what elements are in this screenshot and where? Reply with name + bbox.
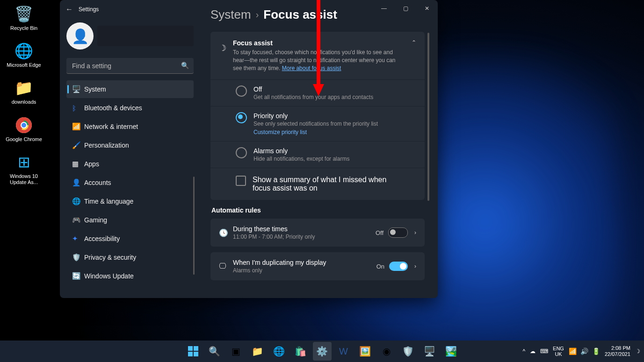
desktop-icon-win-update[interactable]: ⊞Windows 10 Update As... [3,153,45,185]
svg-point-3 [22,123,26,128]
chrome-icon [14,116,33,135]
nav: 🖥️System ᛒBluetooth & devices 📶Network &… [66,80,194,285]
breadcrumb-parent[interactable]: System [210,7,251,22]
chevron-right-icon[interactable]: › [414,263,416,270]
brush-icon: 🖌️ [72,141,84,149]
svg-rect-7 [194,346,198,351]
nav-accounts[interactable]: 👤Accounts [66,174,194,192]
start-button[interactable] [184,342,203,361]
taskbar-app1[interactable]: 🖥️ [420,342,439,361]
focus-assist-tray-icon[interactable]: ☽ [635,348,640,355]
desktop-icon-recycle-bin[interactable]: 🗑️Recycle Bin [3,5,45,31]
profile-block[interactable]: 👤 [66,22,194,50]
search-box: 🔍 [66,58,194,74]
update-icon: 🔄 [72,272,84,280]
nav-network[interactable]: 📶Network & internet [66,118,194,135]
chevron-right-icon: › [256,9,259,20]
breadcrumb: System › Focus assist [210,7,431,22]
taskbar-edge[interactable]: 🌐 [270,342,289,361]
taskbar-word[interactable]: W [334,342,353,361]
taskbar-security[interactable]: 🛡️ [399,342,418,361]
summary-row[interactable]: Show a summary of what I missed when foc… [210,168,425,200]
nav-gaming[interactable]: 🎮Gaming [66,211,194,229]
taskbar-center: 🔍 ▣ 📁 🌐 🛍️ ⚙️ W 🖼️ ◉ 🛡️ 🖥️ 🏞️ [184,342,461,361]
taskbar-explorer[interactable]: 📁 [248,342,267,361]
avatar-icon: 👤 [66,22,94,50]
taskbar-chrome[interactable]: ◉ [377,342,396,361]
nav-bluetooth[interactable]: ᛒBluetooth & devices [66,99,194,117]
wifi-icon[interactable]: 📶 [569,348,577,355]
sidebar: 👤 🔍 🖥️System ᛒBluetooth & devices 📶Netwo… [60,19,200,298]
option-off[interactable]: OffGet all notifications from your apps … [210,79,425,106]
content-scrollbar[interactable] [427,33,429,201]
taskbar-settings[interactable]: ⚙️ [313,342,332,361]
taskbar-app2[interactable]: 🏞️ [442,342,461,361]
toggle-during-times[interactable] [388,227,408,238]
option-alarms[interactable]: Alarms onlyHide all notifications, excep… [210,141,425,168]
window-title: Settings [79,6,99,13]
shield-icon: 🛡️ [72,253,84,262]
nav-windows-update[interactable]: 🔄Windows Update [66,267,194,285]
chevron-up-icon[interactable]: ⌃ [412,39,416,46]
content-area: ☽ Focus assist To stay focused, choose w… [210,32,425,298]
automatic-rules-heading: Automatic rules [211,206,425,214]
radio-off[interactable] [236,85,247,97]
customize-priority-link[interactable]: Customize priority list [253,129,378,135]
svg-rect-6 [188,346,193,351]
rule-duplicating-display[interactable]: 🖵 When I'm duplicating my displayAlarms … [210,252,425,280]
globe-icon: 🌐 [72,197,84,206]
taskbar: 🔍 ▣ 📁 🌐 🛍️ ⚙️ W 🖼️ ◉ 🛡️ 🖥️ 🏞️ ^ ☁ ⌨ ENGU… [0,341,644,362]
desktop-icon-downloads[interactable]: 📁downloads [3,78,45,105]
radio-alarms[interactable] [236,147,247,158]
person-icon: 👤 [72,178,84,187]
accessibility-icon: ✦ [72,234,84,243]
radio-priority[interactable] [236,112,247,123]
language-indicator[interactable]: ENGUK [553,346,564,357]
search-input[interactable] [66,58,194,74]
back-button[interactable]: ← [60,5,79,14]
battery-icon[interactable]: 🔋 [592,348,600,355]
system-icon: 🖥️ [72,85,84,93]
windows-icon: ⊞ [14,153,33,171]
nav-time[interactable]: 🌐Time & language [66,192,194,210]
search-button[interactable]: 🔍 [205,342,224,361]
option-priority[interactable]: Priority onlySee only selected notificat… [210,106,425,141]
nav-personalization[interactable]: 🖌️Personalization [66,136,194,154]
task-view-button[interactable]: ▣ [227,342,246,361]
nav-privacy[interactable]: 🛡️Privacy & security [66,248,194,266]
volume-icon[interactable]: 🔊 [580,348,588,355]
nav-apps[interactable]: ▦Apps [66,155,194,173]
taskbar-store[interactable]: 🛍️ [291,342,310,361]
more-about-link[interactable]: More about focus assist [282,65,341,71]
wifi-icon: 📶 [72,122,84,131]
nav-system[interactable]: 🖥️System [66,80,194,98]
sidebar-scrollbar[interactable] [193,177,195,275]
tray-keyboard-icon[interactable]: ⌨ [540,348,548,355]
clock[interactable]: 2:08 PM22/07/2021 [605,345,630,357]
main-pane: System › Focus assist ☽ Focus assist To … [210,5,431,298]
desktop-icon-edge[interactable]: 🌐Microsoft Edge [3,42,45,68]
nav-accessibility[interactable]: ✦Accessibility [66,230,194,248]
tray-icons[interactable]: 📶 🔊 🔋 [569,348,600,355]
focus-assist-desc: To stay focused, choose which notificati… [233,49,398,72]
rule-during-times[interactable]: 🕓 During these times11:00 PM - 7:00 AM; … [210,219,425,247]
desktop-icon-chrome[interactable]: Google Chrome [3,116,45,142]
profile-name-placeholder [97,26,194,46]
settings-window: ← Settings ― ▢ ✕ 👤 🔍 🖥️System ᛒBluetooth… [60,0,438,298]
summary-checkbox[interactable] [236,176,246,186]
focus-assist-header[interactable]: ☽ Focus assist To stay focused, choose w… [210,32,425,79]
focus-assist-title: Focus assist [233,39,398,47]
apps-icon: ▦ [72,160,84,168]
taskbar-photos[interactable]: 🖼️ [356,342,375,361]
desktop-icons: 🗑️Recycle Bin 🌐Microsoft Edge 📁downloads… [3,5,45,196]
chevron-right-icon[interactable]: › [414,229,416,236]
tray-chevron-icon[interactable]: ^ [522,348,525,355]
clock-icon: 🕓 [219,228,233,237]
search-icon: 🔍 [181,62,189,69]
breadcrumb-current: Focus assist [263,7,337,22]
folder-icon: 📁 [14,78,33,97]
toggle-duplicating[interactable] [389,262,408,271]
moon-icon: ☽ [219,43,233,53]
tray-onedrive-icon[interactable]: ☁ [530,348,535,355]
svg-rect-9 [194,352,198,356]
